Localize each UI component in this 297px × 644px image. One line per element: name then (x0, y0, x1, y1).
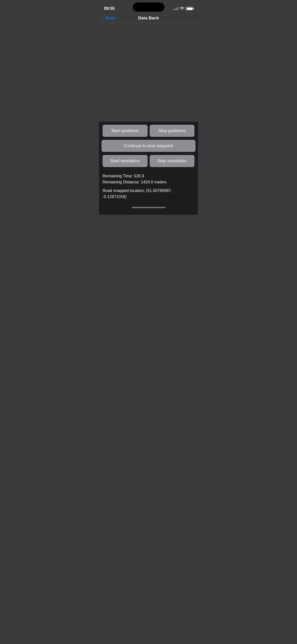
status-bar: 09:55 (99, 0, 198, 14)
location-group: Road snapped location: (51.50760997, -0.… (103, 188, 194, 200)
back-chevron-icon: ‹ (103, 16, 105, 21)
info-section: Remaining Time: 526.9 Remaining Distance… (99, 170, 198, 204)
back-button[interactable]: ‹ Back (103, 16, 115, 21)
continue-next-waypoint-button[interactable]: Continue to next waypoint (102, 140, 195, 152)
back-label: Back (106, 16, 115, 21)
start-guidance-button[interactable]: Start guidance (103, 125, 148, 137)
nav-bar: ‹ Back Data Back (99, 14, 198, 23)
road-snapped-location-label: Road snapped location: (51.50760997, -0.… (103, 188, 194, 200)
stop-simulation-button[interactable]: Stop simulation (150, 155, 195, 167)
nav-title: Data Back (138, 16, 159, 21)
battery-icon (186, 7, 193, 10)
simulation-button-row: Start simulation Stop simulation (99, 152, 198, 170)
remaining-distance-label: Remaining Distance: 1424.0 meters (103, 179, 194, 185)
status-icons (173, 7, 193, 11)
time-distance-group: Remaining Time: 526.9 Remaining Distance… (103, 173, 194, 185)
stop-guidance-button[interactable]: Stop guidance (150, 125, 195, 137)
guidance-button-row: Start guidance Stop guidance (99, 122, 198, 140)
home-indicator (132, 207, 166, 208)
wifi-icon (180, 7, 184, 11)
remaining-time-label: Remaining Time: 526.9 (103, 173, 194, 179)
bottom-panel: Start guidance Stop guidance Continue to… (99, 122, 198, 215)
status-time: 09:55 (104, 6, 115, 11)
dynamic-island (133, 3, 164, 12)
signal-icon (173, 7, 178, 10)
start-simulation-button[interactable]: Start simulation (103, 155, 148, 167)
